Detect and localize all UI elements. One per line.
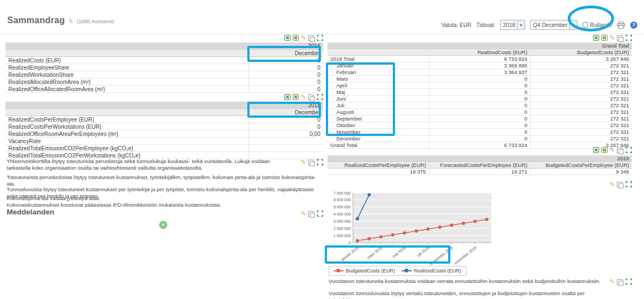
period-header: December [248, 50, 323, 57]
edit-icon[interactable]: ✎ [610, 279, 615, 285]
print-card-icon[interactable] [617, 35, 622, 41]
maximize-icon[interactable] [626, 147, 632, 153]
excel-export-alt-icon[interactable] [293, 94, 299, 100]
edit-icon[interactable]: ✎ [610, 35, 615, 41]
year-select[interactable]: 2018 ▼ [500, 20, 525, 30]
year-header: 2018 [248, 43, 323, 50]
table-row: VacancyRate [6, 138, 323, 145]
table-cell: November [328, 129, 429, 135]
edit-icon[interactable]: ✎ [301, 211, 306, 217]
table-cell: 272 321 [531, 96, 632, 102]
add-message-icon[interactable]: + [159, 221, 167, 229]
period-select[interactable]: Q4 December ▼ [530, 20, 577, 30]
help-icon[interactable]: ? [630, 22, 637, 29]
table-cell: 9 348 [531, 169, 632, 175]
maximize-icon[interactable] [317, 35, 323, 41]
dashboard-page: Sammandrag ✎ (1000 Konserni) Valuta: EUR… [0, 0, 644, 299]
print-card-icon[interactable] [308, 35, 314, 41]
table-row: 2018 Total6 733 8243 267 846 [328, 56, 632, 62]
card-toolbar: ✎ [593, 146, 632, 154]
excel-export-icon[interactable] [284, 35, 290, 41]
table-row: November0272 321 [328, 129, 632, 135]
table-row: December0272 321 [328, 135, 632, 142]
maximize-icon[interactable] [317, 159, 323, 165]
excel-export-alt-icon[interactable] [293, 35, 299, 41]
table-row: RealizedCostsPerEmployee (EUR)0 [6, 116, 323, 123]
svg-text:januari 2018: januari 2018 [340, 245, 360, 263]
card-toolbar: ✎ [593, 34, 632, 41]
excel-export-icon[interactable] [593, 147, 599, 153]
edit-icon[interactable]: ✎ [301, 35, 306, 41]
table-cell: 272 321 [531, 62, 632, 69]
maximize-icon[interactable] [626, 35, 632, 41]
table-row: RealizedWorkstationShare0 [6, 71, 323, 78]
table-cell: RealizedWorkstationShare [6, 71, 248, 78]
excel-export-alt-icon[interactable] [601, 147, 607, 153]
card-toolbar: ✎ [610, 181, 632, 188]
excel-export-icon[interactable] [593, 35, 599, 41]
edit-icon[interactable]: ✎ [301, 159, 306, 165]
print-card-icon[interactable] [308, 211, 314, 217]
excel-export-icon[interactable] [284, 94, 290, 100]
notes-block: Kokonaispinta-ala vastaa jyvitettyä alaa… [7, 195, 323, 208]
maximize-icon[interactable] [317, 94, 323, 100]
print-card-icon[interactable] [617, 279, 622, 285]
budgeted-col-header: BudgetedCosts (EUR) [531, 49, 632, 56]
table-cell [248, 138, 323, 145]
year-header: 2018 [328, 155, 632, 162]
print-card-icon[interactable] [308, 95, 314, 100]
table-row: RealizedTotalEmissionCO2PerEmployee (kgC… [6, 145, 323, 152]
print-icon[interactable] [617, 22, 625, 29]
table-row: Maj0272 321 [328, 89, 632, 96]
maximize-icon[interactable] [626, 279, 632, 285]
rolling-checkbox[interactable] [583, 22, 588, 28]
table-cell: Januari [328, 62, 429, 69]
table-cell: 272 321 [531, 69, 632, 76]
table-cell: Augusti [328, 109, 429, 116]
chevron-down-icon[interactable]: ▼ [569, 21, 577, 29]
edit-icon[interactable]: ✎ [610, 181, 615, 187]
maximize-icon[interactable] [626, 181, 632, 187]
table-cell: 0 [429, 82, 530, 89]
table-cell: 0 [429, 89, 530, 96]
table-cell: 0 [429, 76, 530, 82]
table-cell: 0,00 [248, 130, 323, 138]
table-row: RealizedCosts (EUR)0 [6, 57, 323, 64]
table-cell: 0 [429, 96, 530, 102]
edit-title-icon[interactable]: ✎ [68, 18, 73, 24]
table-cell: 19 271 [429, 169, 530, 175]
svg-text:2 000 000: 2 000 000 [334, 227, 351, 230]
table-row: RealizedCostsPerWorkstations (EUR)0 [6, 123, 323, 130]
table-cell [248, 145, 323, 152]
maximize-icon[interactable] [317, 211, 323, 217]
svg-text:september 2018: september 2018 [429, 245, 454, 266]
table-row: Februari3 364 937272 321 [328, 69, 632, 76]
rolling-option[interactable]: Rullande [583, 22, 612, 28]
print-card-icon[interactable] [617, 148, 622, 153]
table-cell: 0 [248, 57, 323, 64]
chevron-down-icon[interactable]: ▼ [517, 21, 524, 29]
print-card-icon[interactable] [617, 182, 622, 187]
basics-table: 2018 December RealizedCosts (EUR)0Realiz… [6, 43, 323, 93]
svg-text:7 000 000: 7 000 000 [334, 191, 351, 195]
table-cell: 6 733 824 [429, 142, 530, 149]
edit-icon[interactable]: ✎ [301, 94, 306, 100]
table-cell: RealizedOfficeAllocatedRoomArea (m²) [6, 86, 248, 93]
page-subtitle: (1000 Konserni) [77, 18, 115, 24]
svg-text:juli 2018: juli 2018 [416, 245, 430, 258]
table-cell: Juli [328, 102, 429, 109]
table-cell: 272 321 [531, 116, 632, 122]
legend-label: RealizedCosts (EUR) [414, 268, 461, 274]
table-cell: RealizedCostsPerEmployee (EUR) [6, 116, 248, 123]
table-cell: Mars [328, 76, 429, 82]
print-card-icon[interactable] [308, 160, 314, 165]
svg-text:4 000 000: 4 000 000 [334, 212, 351, 216]
table-cell: Maj [328, 89, 429, 96]
edit-icon[interactable]: ✎ [610, 147, 615, 153]
currency-label: Valuta: EUR [442, 22, 471, 28]
table-cell: 272 321 [531, 82, 632, 89]
excel-export-alt-icon[interactable] [601, 35, 607, 41]
table-row: Oktober0272 321 [328, 122, 632, 129]
currency-caption: Valuta: [442, 22, 458, 28]
top-bar: Sammandrag ✎ (1000 Konserni) Valuta: EUR… [0, 0, 644, 34]
